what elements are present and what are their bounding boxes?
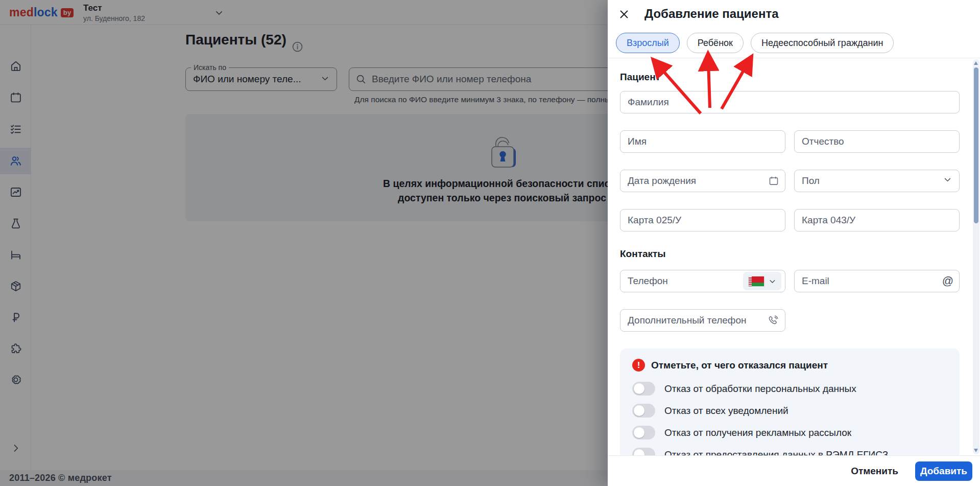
tab-adult[interactable]: Взрослый [616, 33, 680, 53]
patient-type-tabs: Взрослый Ребёнок Недееспособный граждани… [616, 33, 894, 53]
refusal-title: Отметьте, от чего отказался пациент [651, 360, 828, 371]
last-name-input[interactable] [620, 91, 960, 113]
calendar-icon[interactable] [768, 175, 779, 187]
toggle-row: Отказ от обработки персональных данных [632, 382, 947, 396]
drawer-footer: Отменить Добавить [608, 455, 980, 486]
modal-overlay[interactable] [0, 0, 608, 486]
section-patient: Пациент [620, 72, 960, 83]
cancel-button[interactable]: Отменить [851, 466, 898, 477]
toggle-label: Отказ от обработки персональных данных [664, 383, 856, 395]
birth-date-input[interactable] [620, 170, 785, 192]
tab-child[interactable]: Ребёнок [687, 33, 744, 53]
gender-placeholder: Пол [802, 175, 820, 187]
email-input[interactable] [794, 270, 960, 292]
drawer-scrollbar[interactable] [973, 59, 979, 454]
scroll-down-arrow-icon[interactable] [974, 449, 978, 452]
section-contacts: Контакты [620, 248, 960, 260]
phone-country-select[interactable] [743, 272, 781, 290]
toggle-label: Отказ от получения рекламных рассылок [664, 427, 851, 438]
first-name-input[interactable] [620, 130, 785, 153]
additional-phone-input[interactable] [620, 309, 785, 332]
toggle-row: Отказ от предоставления данных в РЭМД ЕГ… [632, 448, 947, 455]
gender-select[interactable]: Пол [794, 170, 960, 192]
drawer-title: Добавление пациента [644, 7, 779, 21]
submit-button[interactable]: Добавить [915, 461, 972, 481]
scrollbar-thumb[interactable] [974, 67, 978, 223]
chevron-down-icon [769, 277, 776, 285]
chevron-down-icon [943, 175, 952, 187]
drawer-header: Добавление пациента Взрослый Ребёнок Нед… [608, 0, 980, 58]
refusal-panel: ! Отметьте, от чего отказался пациент От… [620, 349, 960, 455]
app-root: medlock by Тест ул. Буденного, 182 [0, 0, 980, 486]
toggle-row: Отказ от всех уведомлений [632, 404, 947, 418]
card-043-input[interactable] [794, 209, 960, 232]
phone-call-icon [768, 315, 779, 327]
drawer-body: Пациент Пол [608, 58, 972, 455]
alert-icon: ! [632, 359, 645, 372]
toggle-label: Отказ от всех уведомлений [664, 405, 788, 416]
toggle-ad-mailings[interactable] [632, 426, 655, 439]
toggle-remd-egisz[interactable] [632, 448, 655, 455]
at-icon: @ [942, 274, 953, 288]
tab-incapacitated[interactable]: Недееспособный гражданин [751, 33, 894, 53]
card-025-input[interactable] [620, 209, 785, 232]
toggle-personal-data[interactable] [632, 382, 655, 396]
middle-name-input[interactable] [794, 130, 960, 153]
add-patient-drawer: Добавление пациента Взрослый Ребёнок Нед… [608, 0, 980, 486]
close-icon[interactable] [617, 7, 631, 21]
toggle-all-notifications[interactable] [632, 404, 655, 418]
toggle-label: Отказ от предоставления данных в РЭМД ЕГ… [664, 449, 888, 456]
scroll-up-arrow-icon[interactable] [974, 61, 978, 65]
toggle-row: Отказ от получения рекламных рассылок [632, 426, 947, 439]
belarus-flag-icon [748, 276, 764, 287]
